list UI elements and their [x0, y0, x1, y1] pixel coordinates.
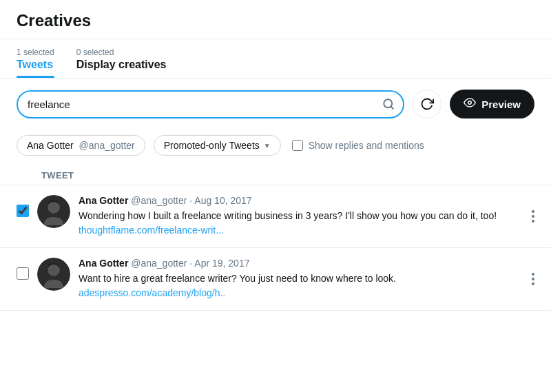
tweet-1-more-button[interactable]: [529, 207, 537, 225]
tweet-2-link[interactable]: adespresso.com/academy/blog/h..: [79, 287, 225, 298]
page-title: Creatives: [17, 11, 534, 30]
tweet-1-date: · Aug 10, 2017: [189, 195, 251, 206]
table-row: Ana Gotter @ana_gotter · Aug 10, 2017 Wo…: [0, 185, 551, 248]
account-handle: @ana_gotter: [79, 140, 135, 151]
show-replies-label[interactable]: Show replies and mentions: [292, 140, 424, 151]
tweet-2-checkbox[interactable]: [17, 267, 29, 280]
tweet-1-author: Ana Gotter: [79, 195, 128, 206]
eye-icon: [464, 96, 476, 109]
tweet-2-meta: Ana Gotter @ana_gotter · Apr 19, 2017: [79, 258, 534, 269]
tweet-1-content: Ana Gotter @ana_gotter · Aug 10, 2017 Wo…: [79, 195, 534, 238]
search-icon: [382, 98, 395, 110]
tweets-tab-count: 1 selected: [17, 48, 54, 57]
tab-tweets[interactable]: 1 selected Tweets: [17, 39, 54, 78]
show-replies-checkbox[interactable]: [292, 140, 303, 151]
display-creatives-tab-count: 0 selected: [76, 48, 167, 57]
preview-label: Preview: [481, 99, 521, 110]
tweet-column-header: Tweet: [41, 170, 74, 180]
tweets-list: Ana Gotter @ana_gotter · Aug 10, 2017 Wo…: [0, 185, 551, 311]
tweet-type-filter-chip[interactable]: Promoted-only Tweets ▼: [154, 135, 281, 156]
more-icon: [532, 210, 534, 223]
tweet-2-more-button[interactable]: [529, 270, 537, 288]
tab-display-creatives[interactable]: 0 selected Display creatives: [76, 39, 167, 78]
tweet-1-meta: Ana Gotter @ana_gotter · Aug 10, 2017: [79, 195, 534, 206]
preview-button[interactable]: Preview: [450, 90, 534, 118]
avatar: [37, 258, 70, 291]
preview-eye-icon: [464, 96, 476, 112]
tweet-1-checkbox[interactable]: [17, 205, 29, 217]
tweet-1-handle: @ana_gotter: [131, 195, 187, 206]
refresh-button[interactable]: [413, 90, 441, 118]
tweet-2-content: Ana Gotter @ana_gotter · Apr 19, 2017 Wa…: [79, 258, 534, 300]
tweet-1-link[interactable]: thoughtflame.com/freelance-writ...: [79, 225, 224, 236]
filters-row: Ana Gotter @ana_gotter Promoted-only Twe…: [0, 130, 551, 164]
avatar-image: [37, 195, 70, 228]
tweet-2-date: · Apr 19, 2017: [189, 258, 249, 269]
avatar: [37, 195, 70, 228]
more-icon: [532, 273, 534, 285]
chevron-down-icon: ▼: [264, 142, 271, 149]
avatar-image: [37, 258, 70, 291]
table-row: Ana Gotter @ana_gotter · Apr 19, 2017 Wa…: [0, 248, 551, 311]
tweet-2-text: Want to hire a great freelance writer? Y…: [79, 271, 534, 300]
search-bar-row: Preview: [0, 79, 551, 130]
tweet-2-author: Ana Gotter: [79, 258, 128, 269]
page-header: Creatives: [0, 0, 551, 39]
tweet-type-label: Promoted-only Tweets: [164, 140, 260, 151]
search-input-wrapper: [17, 90, 404, 118]
tweet-2-handle: @ana_gotter: [131, 258, 187, 269]
show-replies-text: Show replies and mentions: [309, 140, 424, 151]
svg-line-1: [391, 106, 393, 108]
svg-point-2: [468, 101, 472, 105]
account-filter-name: Ana Gotter @ana_gotter: [27, 140, 135, 151]
tabs-bar: 1 selected Tweets 0 selected Display cre…: [0, 39, 551, 79]
tweets-tab-label: Tweets: [17, 59, 54, 71]
account-filter-chip[interactable]: Ana Gotter @ana_gotter: [17, 135, 145, 156]
table-header: Tweet: [0, 164, 551, 185]
tweet-1-text: Wondering how I built a freelance writin…: [79, 209, 534, 238]
search-icon-button[interactable]: [382, 98, 395, 110]
account-name: Ana Gotter: [27, 140, 74, 151]
search-input[interactable]: [17, 90, 404, 118]
display-creatives-tab-label: Display creatives: [76, 59, 167, 71]
refresh-icon: [420, 97, 434, 111]
